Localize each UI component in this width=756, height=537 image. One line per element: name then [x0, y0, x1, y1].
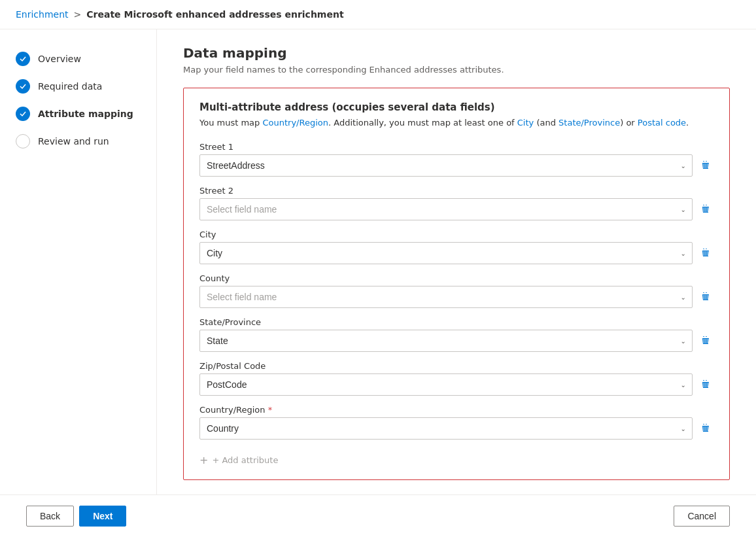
- field-row-zip-postal: Zip/Postal CodePostCode⌄: [199, 361, 713, 396]
- delete-button-country-region[interactable]: [698, 421, 713, 436]
- step-label-overview: Overview: [38, 54, 81, 64]
- step-circle-review-and-run: [16, 134, 30, 148]
- select-wrapper-city: City⌄: [199, 242, 693, 264]
- page-title: Data mapping: [183, 45, 730, 61]
- plus-icon: +: [199, 454, 208, 466]
- select-wrapper-state-province: State⌄: [199, 330, 693, 352]
- select-zip-postal[interactable]: PostCode: [199, 373, 693, 396]
- field-row-country-region: Country/Region *Country⌄: [199, 405, 713, 440]
- delete-button-state-province[interactable]: [698, 333, 713, 349]
- breadcrumb: Enrichment > Create Microsoft enhanced a…: [0, 0, 756, 29]
- field-input-row-country-region: Country⌄: [199, 417, 713, 440]
- field-row-state-province: State/ProvinceState⌄: [199, 317, 713, 352]
- breadcrumb-current: Create Microsoft enhanced addresses enri…: [86, 9, 343, 20]
- select-wrapper-country-region: Country⌄: [199, 417, 693, 440]
- field-input-row-street1: StreetAddress⌄: [199, 154, 713, 177]
- delete-button-street2[interactable]: [698, 201, 713, 217]
- field-label-country-region: Country/Region *: [199, 405, 713, 415]
- page-layout: OverviewRequired dataAttribute mappingRe…: [0, 29, 756, 534]
- select-street1[interactable]: StreetAddress: [199, 154, 693, 177]
- select-street2[interactable]: Select field name: [199, 198, 693, 220]
- select-city[interactable]: City: [199, 242, 693, 264]
- cancel-button[interactable]: Cancel: [674, 506, 730, 527]
- step-label-attribute-mapping: Attribute mapping: [38, 109, 133, 119]
- field-input-row-state-province: State⌄: [199, 330, 713, 352]
- field-label-street1: Street 1: [199, 142, 713, 152]
- select-wrapper-zip-postal: PostCode⌄: [199, 373, 693, 396]
- sidebar-item-attribute-mapping[interactable]: Attribute mapping: [0, 100, 156, 128]
- field-label-city: City: [199, 230, 713, 239]
- select-wrapper-street1: StreetAddress⌄: [199, 154, 693, 177]
- step-circle-required-data: [16, 79, 30, 94]
- delete-button-city[interactable]: [698, 245, 713, 261]
- select-state-province[interactable]: State: [199, 330, 693, 352]
- sidebar-item-review-and-run: Review and run: [0, 128, 156, 155]
- page-subtitle: Map your field names to the correspondin…: [183, 65, 730, 75]
- field-row-street1: Street 1StreetAddress⌄: [199, 142, 713, 177]
- select-county[interactable]: Select field name: [199, 286, 693, 308]
- card-title: Multi-attribute address (occupies severa…: [199, 101, 713, 113]
- back-button[interactable]: Back: [26, 506, 74, 527]
- next-button[interactable]: Next: [79, 506, 126, 527]
- field-label-zip-postal: Zip/Postal Code: [199, 361, 713, 371]
- select-country-region[interactable]: Country: [199, 417, 693, 440]
- select-wrapper-county: Select field name⌄: [199, 286, 693, 308]
- field-input-row-street2: Select field name⌄: [199, 198, 713, 220]
- field-input-row-county: Select field name⌄: [199, 286, 713, 308]
- field-input-row-zip-postal: PostCode⌄: [199, 373, 713, 396]
- breadcrumb-link[interactable]: Enrichment: [16, 9, 69, 20]
- field-label-street2: Street 2: [199, 186, 713, 196]
- sidebar: OverviewRequired dataAttribute mappingRe…: [0, 29, 157, 534]
- field-row-county: CountySelect field name⌄: [199, 273, 713, 308]
- sidebar-item-overview[interactable]: Overview: [0, 45, 156, 73]
- add-attribute-button: + + Add attribute: [199, 449, 713, 469]
- field-label-county: County: [199, 273, 713, 283]
- delete-button-street1[interactable]: [698, 158, 713, 173]
- step-circle-attribute-mapping: [16, 107, 30, 121]
- mapping-card: Multi-attribute address (occupies severa…: [183, 88, 730, 480]
- sidebar-item-required-data[interactable]: Required data: [0, 73, 156, 100]
- main-content: Data mapping Map your field names to the…: [157, 29, 756, 534]
- breadcrumb-separator: >: [74, 9, 82, 20]
- field-label-state-province: State/Province: [199, 317, 713, 327]
- field-input-row-city: City⌄: [199, 242, 713, 264]
- field-row-city: CityCity⌄: [199, 230, 713, 264]
- delete-button-zip-postal[interactable]: [698, 377, 713, 392]
- step-label-required-data: Required data: [38, 81, 102, 92]
- field-row-street2: Street 2Select field name⌄: [199, 186, 713, 220]
- delete-button-county[interactable]: [698, 289, 713, 305]
- step-circle-overview: [16, 52, 30, 66]
- step-label-review-and-run: Review and run: [38, 136, 109, 147]
- add-attribute-label: + Add attribute: [212, 455, 278, 465]
- card-description: You must map Country/Region. Additionall…: [199, 117, 713, 129]
- footer-left: Back Next: [26, 506, 126, 527]
- footer: Back Next Cancel: [0, 494, 756, 534]
- select-wrapper-street2: Select field name⌄: [199, 198, 693, 220]
